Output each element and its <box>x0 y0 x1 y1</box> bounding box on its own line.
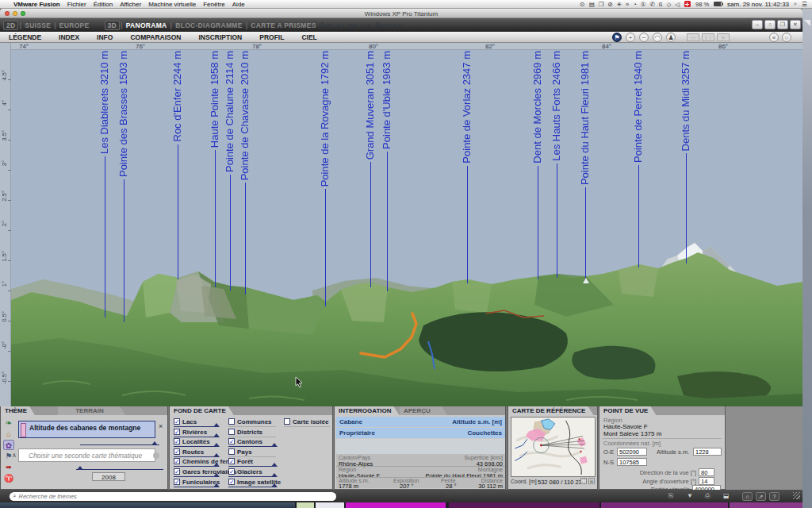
layer-opacity-slider[interactable] <box>174 426 218 427</box>
query-header-row[interactable]: Cabane Altitude s.m. [m] <box>336 417 505 427</box>
flag-tool-icon[interactable]: ⚑ <box>612 33 622 42</box>
direction-field[interactable]: 80 <box>699 468 714 476</box>
keyboard-icon[interactable]: ✳ <box>617 1 622 8</box>
peak-label[interactable]: Pointe de Perret 1940 m <box>632 51 644 163</box>
layer-opacity-slider[interactable] <box>174 487 218 487</box>
menu-profil[interactable]: PROFIL <box>251 33 293 41</box>
clock-icon[interactable]: ◔ <box>633 1 637 8</box>
mode-tab-bloc-diagramme[interactable]: BLOC-DIAGRAMME <box>173 21 244 29</box>
peak-label[interactable]: Grand Muveran 3051 m <box>364 51 376 160</box>
peak-label[interactable]: Haute Pointe 1958 m <box>209 51 220 148</box>
fast-forward-icon[interactable]: » <box>626 1 629 8</box>
minimize-button[interactable]: – <box>752 20 763 29</box>
zoom-out-icon[interactable]: − <box>639 33 649 42</box>
checkbox-gares-ferroviaires[interactable]: ✓ <box>174 468 180 475</box>
checkbox-districts[interactable] <box>228 429 235 435</box>
pan-view-icon[interactable]: ◠ <box>653 33 662 42</box>
menu-item-afficher[interactable]: Afficher <box>120 1 141 8</box>
mode-tab-suisse[interactable]: SUISSE <box>22 21 53 29</box>
menu-item-vmware-fusion[interactable]: VMware Fusion <box>13 1 60 8</box>
checkbox-pays[interactable] <box>228 448 235 455</box>
open-folder-icon[interactable]: ⎘ <box>668 492 673 500</box>
bluetooth-icon[interactable]: ß <box>659 1 663 8</box>
angle-field[interactable]: 14 <box>699 477 714 485</box>
tab-apercu[interactable]: APERÇU <box>400 406 447 415</box>
layer-opacity-slider[interactable] <box>174 476 218 477</box>
layer-opacity-slider[interactable] <box>228 476 276 477</box>
layer-slider-thumb[interactable] <box>271 483 278 487</box>
phone-icon[interactable]: ✆ <box>650 1 655 8</box>
restore-button[interactable]: ○ <box>764 20 776 29</box>
input-language-flag-icon[interactable] <box>684 1 691 7</box>
zoom-in-icon[interactable]: + <box>626 33 635 42</box>
menu-légende[interactable]: LÉGENDE <box>0 33 50 41</box>
checkbox-chemins-de-fer[interactable]: ✓ <box>174 458 180 464</box>
pov-altitude-field[interactable]: 1228 <box>693 448 722 456</box>
peak-label[interactable]: Pointe de Chavasse 2010 m <box>239 51 251 180</box>
checkbox-funiculaires[interactable]: ✓ <box>174 479 180 485</box>
menu-inscription[interactable]: INSCRIPTION <box>190 33 251 41</box>
layer-opacity-slider[interactable] <box>228 446 276 447</box>
theme-nature-icon[interactable]: ♈ <box>3 473 14 483</box>
resize-grip[interactable] <box>793 492 800 499</box>
peak-label[interactable]: Pointe du Haut Fleuri 1981 m <box>579 51 591 185</box>
theme-search-box[interactable]: ⌕ <box>10 492 336 501</box>
expand-map-icon[interactable]: ⊞ <box>588 478 595 484</box>
home-icon[interactable]: ⌂ <box>742 492 753 501</box>
menu-item-édition[interactable]: Édition <box>94 1 113 8</box>
checkbox-lacs[interactable]: ✓ <box>174 418 180 425</box>
input-menu-icon[interactable]: ① <box>641 1 646 8</box>
peak-label[interactable]: Dents du Midi 3257 m <box>680 51 691 151</box>
layer-opacity-slider[interactable] <box>228 487 276 487</box>
checkbox-routes[interactable]: ✓ <box>174 448 180 455</box>
menu-item-fenêtre[interactable]: Fenêtre <box>203 1 225 8</box>
save-icon[interactable]: ▼ <box>687 492 693 499</box>
peak-label[interactable]: Pointe de Vorlaz 2347 m <box>461 51 473 164</box>
checkbox-carte-isolée[interactable] <box>284 418 290 425</box>
mode-tab-europe[interactable]: EUROPE <box>57 21 92 29</box>
notification-center-icon[interactable]: ☰ <box>802 1 807 8</box>
close-icon[interactable]: × <box>159 422 163 430</box>
xp-taskbar[interactable] <box>0 502 802 508</box>
tab-fond-de-carte[interactable]: FOND DE CARTE <box>170 406 234 415</box>
second-thematic-map-dropdown[interactable]: ∧ Choisir une seconde carte thématique <box>18 448 155 462</box>
layer-slider-thumb[interactable] <box>213 443 220 447</box>
layer-slider-thumb[interactable] <box>213 463 220 467</box>
layer-slider-thumb[interactable] <box>271 463 278 467</box>
year-field[interactable]: 2008 <box>92 472 125 481</box>
checkbox-glaciers[interactable]: ✓ <box>228 468 235 475</box>
layout-single-icon[interactable]: ▭ <box>687 33 699 41</box>
checkbox-rivières[interactable]: ✓ <box>174 429 180 435</box>
dropdown-knob-icon[interactable] <box>153 452 159 459</box>
tab-theme[interactable]: THÈME <box>1 406 35 415</box>
mode-tab-3d[interactable]: 3D <box>105 21 120 30</box>
fullscreen-map-icon[interactable]: ⛶ <box>580 478 587 484</box>
peak-label[interactable]: Pointe de la Rovagne 1792 m <box>319 51 331 187</box>
layer-opacity-slider[interactable] <box>228 456 276 457</box>
collapse-panel-icon[interactable]: « <box>769 33 779 42</box>
viewpoint-person-icon[interactable]: ♟ <box>666 33 676 42</box>
peak-label[interactable]: Les Diablerets 3210 m <box>98 51 110 154</box>
tab-interrogation[interactable]: INTERROGATION <box>335 406 400 415</box>
layer-slider-thumb[interactable] <box>213 423 220 427</box>
theme-buildings-icon[interactable]: ⌂ <box>3 429 14 439</box>
menu-ciel[interactable]: CIEL <box>293 33 325 41</box>
tab-carte-reference[interactable]: CARTE DE RÉFÉRENCE <box>508 406 593 415</box>
panorama-view[interactable]: 74°76°78°80°82°84°86° 4.5°4°3.5°3°2.5°2°… <box>0 43 802 406</box>
volume-icon[interactable]: ◁ <box>675 1 680 8</box>
layout-close-icon[interactable]: ✕ <box>717 33 730 41</box>
export-icon[interactable]: ⬓ <box>723 492 730 499</box>
layer-slider-thumb[interactable] <box>213 433 220 437</box>
help-icon[interactable]: ? <box>769 492 779 501</box>
menu-item-machine-virtuelle[interactable]: Machine virtuelle <box>148 1 196 8</box>
layer-opacity-slider[interactable] <box>228 437 276 437</box>
time-machine-icon[interactable]: ⊙ <box>580 1 584 8</box>
opacity-slider[interactable] <box>80 444 159 445</box>
tab-point-de-vue[interactable]: POINT DE VUE <box>599 406 656 415</box>
checkbox-image-satellite[interactable]: ✓ <box>228 479 235 485</box>
peak-label[interactable]: Roc d'Enfer 2244 m <box>171 51 183 142</box>
menu-info[interactable]: INFO <box>88 33 121 41</box>
menu-index[interactable]: INDEX <box>50 33 88 41</box>
maximize-button[interactable]: ❐ <box>777 20 788 29</box>
checkbox-cantons[interactable]: ✓ <box>228 438 235 444</box>
